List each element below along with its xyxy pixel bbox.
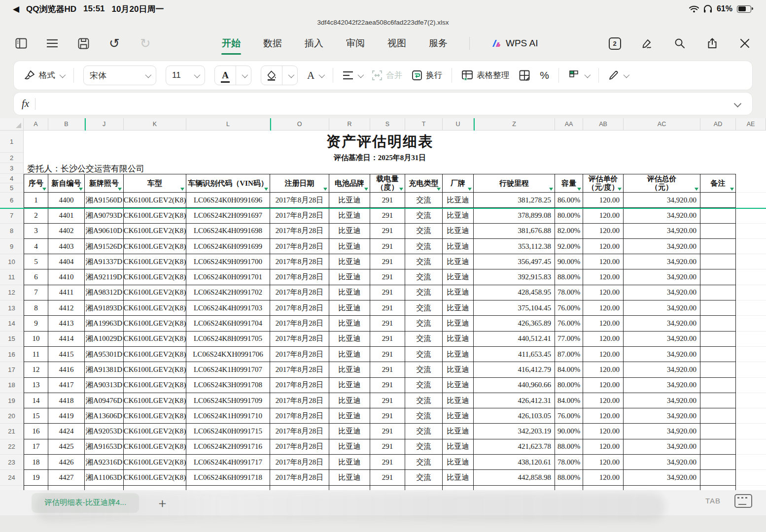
cell[interactable]: 34,920.00 <box>624 455 700 470</box>
cell[interactable]: 交流 <box>405 455 443 470</box>
cell[interactable]: 2017年8月28日 <box>270 208 329 223</box>
cell[interactable]: 4416 <box>48 362 85 377</box>
cell[interactable]: 交流 <box>405 424 443 439</box>
row-number-22[interactable]: 22 <box>0 439 23 455</box>
font-size-select[interactable]: 11 <box>166 66 205 85</box>
cell[interactable]: 291 <box>370 393 405 408</box>
cell[interactable]: 2017年8月28日 <box>270 316 329 331</box>
cell[interactable]: 2017年8月28日 <box>270 408 329 424</box>
cell[interactable]: 比亚迪 <box>329 408 370 424</box>
cell[interactable]: LC06S24K6H0991704 <box>186 316 270 331</box>
cell[interactable]: 426,103.05 <box>474 408 555 424</box>
row-number-19[interactable]: 19 <box>0 393 23 408</box>
cell[interactable]: CK6100LGEV2(K8) <box>124 239 186 254</box>
sidebar-panel-icon[interactable] <box>14 36 29 51</box>
cell[interactable]: 湘A91337D <box>85 254 124 269</box>
cell[interactable]: 比亚迪 <box>443 285 474 300</box>
row-number-3[interactable]: 3 <box>0 163 23 174</box>
window-count-button[interactable]: 2 <box>607 36 622 51</box>
cell[interactable]: CK6100LGEV2(K8) <box>124 439 186 455</box>
cell[interactable]: 交流 <box>405 393 443 408</box>
filter-dropdown-icon[interactable] <box>695 188 698 191</box>
cell[interactable]: 比亚迪 <box>443 208 474 223</box>
cell[interactable]: 湘A92119D <box>85 269 124 285</box>
header-cell[interactable]: 车辆识别代码（VIN码） <box>186 174 270 193</box>
cell[interactable]: 34,920.00 <box>624 224 700 239</box>
cell[interactable]: CK6100LGEV2(K8) <box>124 316 186 331</box>
cell[interactable]: LC06S24K4H0991698 <box>186 224 270 239</box>
filter-dropdown-icon[interactable] <box>730 188 734 191</box>
cell[interactable] <box>370 486 405 490</box>
percent-format-button[interactable]: % <box>540 69 549 81</box>
edit-pencil-button[interactable] <box>608 70 628 81</box>
cell[interactable] <box>700 332 736 347</box>
cell[interactable] <box>700 239 736 254</box>
cell[interactable]: 92.00% <box>555 239 583 254</box>
filter-dropdown-icon[interactable] <box>79 188 83 191</box>
cell[interactable]: 1 <box>24 193 48 208</box>
cell[interactable]: 交流 <box>405 285 443 300</box>
empty-cell[interactable] <box>736 424 766 439</box>
cell[interactable] <box>700 424 736 439</box>
cell[interactable]: 120.00 <box>583 470 624 485</box>
cell[interactable] <box>700 316 736 331</box>
cell[interactable]: 291 <box>370 455 405 470</box>
cell[interactable]: 76.00% <box>555 408 583 424</box>
table-tidy-button[interactable]: 表格整理 <box>461 69 509 81</box>
cell[interactable]: 440,512.41 <box>474 332 555 347</box>
cell[interactable]: 381,278.25 <box>474 193 555 208</box>
cell[interactable]: CK6100LGEV2(K8) <box>124 269 186 285</box>
column-header-A[interactable]: A <box>24 118 48 130</box>
column-header-U[interactable]: U <box>443 118 474 130</box>
cell[interactable]: LC06S24K1H0991710 <box>186 408 270 424</box>
header-cell[interactable]: 序号 <box>24 174 48 193</box>
merge-cells-button[interactable]: 合并 <box>372 70 402 81</box>
cell[interactable]: 7 <box>24 285 48 300</box>
cell[interactable]: 4410 <box>48 269 85 285</box>
cell[interactable]: 交流 <box>405 269 443 285</box>
cell[interactable]: 2017年8月28日 <box>270 300 329 316</box>
cell[interactable]: 比亚迪 <box>443 455 474 470</box>
cell[interactable]: 2017年8月28日 <box>270 424 329 439</box>
row-number-1[interactable]: 1 <box>0 131 23 153</box>
row-number-9[interactable]: 9 <box>0 239 23 254</box>
header-cell[interactable]: 厂牌 <box>443 174 474 193</box>
cell[interactable]: 356,497.45 <box>474 254 555 269</box>
cell[interactable]: 291 <box>370 378 405 393</box>
empty-cell[interactable] <box>736 208 766 223</box>
cell[interactable]: 2017年8月28日 <box>270 455 329 470</box>
cell[interactable]: 比亚迪 <box>443 347 474 362</box>
cell[interactable]: 342,203.19 <box>474 424 555 439</box>
cell[interactable]: 比亚迪 <box>329 300 370 316</box>
filter-dropdown-icon[interactable] <box>399 188 403 191</box>
cell[interactable]: 291 <box>370 269 405 285</box>
cell[interactable]: 86.00% <box>555 193 583 208</box>
signature-pen-icon[interactable] <box>640 36 655 51</box>
cell[interactable]: 湘A91526D <box>85 239 124 254</box>
cell[interactable]: 19 <box>24 470 48 485</box>
cell[interactable]: 湘A90793D <box>85 208 124 223</box>
cell[interactable]: 交流 <box>405 332 443 347</box>
cell[interactable] <box>700 300 736 316</box>
cell[interactable]: 比亚迪 <box>443 378 474 393</box>
cell[interactable]: 34,920.00 <box>624 269 700 285</box>
cell[interactable]: LC06S24K5H0991709 <box>186 393 270 408</box>
cell[interactable]: LC06S24K9H0991700 <box>186 254 270 269</box>
column-header-K[interactable]: K <box>124 118 186 130</box>
cell-style-button[interactable] <box>568 69 589 81</box>
cell[interactable]: CK6100LGEV2(K8) <box>124 285 186 300</box>
cell[interactable] <box>186 486 270 490</box>
cell[interactable]: 比亚迪 <box>443 239 474 254</box>
row-number-2[interactable]: 2 <box>0 153 23 163</box>
header-cell[interactable]: 容量 <box>555 174 583 193</box>
filter-dropdown-icon[interactable] <box>42 188 46 191</box>
empty-cell[interactable] <box>736 362 766 377</box>
cell[interactable]: 4424 <box>48 424 85 439</box>
row-number-15[interactable]: 15 <box>0 332 23 347</box>
cell[interactable]: 2017年8月28日 <box>270 439 329 455</box>
cell[interactable]: 34,920.00 <box>624 239 700 254</box>
cell[interactable]: 比亚迪 <box>329 239 370 254</box>
empty-cell[interactable] <box>736 408 766 424</box>
cell[interactable]: 交流 <box>405 208 443 223</box>
cell[interactable]: 76.00% <box>555 316 583 331</box>
